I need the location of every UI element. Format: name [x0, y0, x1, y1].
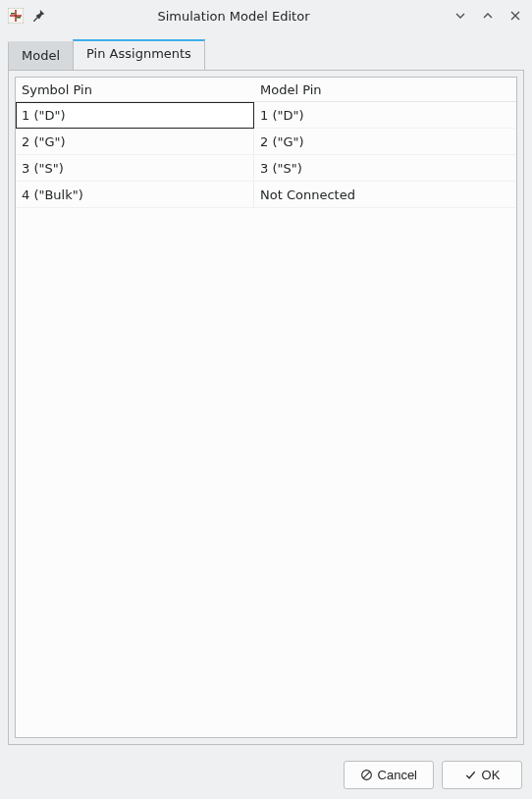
svg-rect-4 — [17, 17, 21, 19]
cancel-label: Cancel — [378, 768, 417, 782]
svg-rect-3 — [11, 13, 15, 15]
model-pin-cell[interactable]: Not Connected — [254, 182, 516, 208]
tab-model[interactable]: Model — [8, 41, 74, 70]
pin-icon[interactable] — [31, 8, 47, 24]
model-pin-cell[interactable]: 1 ("D") — [254, 102, 516, 129]
tab-pin-assignments[interactable]: Pin Assignments — [73, 39, 205, 70]
grid-body: 1 ("D") 1 ("D") 2 ("G") 2 ("G") 3 ("S") … — [16, 102, 516, 737]
titlebar: Simulation Model Editor — [0, 0, 532, 31]
symbol-pin-cell[interactable]: 3 ("S") — [16, 155, 254, 182]
symbol-pin-cell[interactable]: 2 ("G") — [16, 129, 254, 155]
header-symbol-pin[interactable]: Symbol Pin — [16, 79, 254, 101]
grid-header: Symbol Pin Model Pin — [16, 78, 516, 102]
check-icon — [464, 769, 477, 781]
pin-assignments-panel: Symbol Pin Model Pin 1 ("D") 1 ("D") 2 (… — [8, 70, 524, 745]
cancel-button[interactable]: Cancel — [344, 761, 434, 789]
symbol-pin-cell[interactable]: 1 ("D") — [16, 102, 254, 129]
header-model-pin[interactable]: Model Pin — [254, 79, 516, 101]
dialog-buttons: Cancel OK — [0, 753, 532, 799]
window-title: Simulation Model Editor — [55, 9, 452, 24]
minimize-icon[interactable] — [452, 7, 469, 25]
table-row[interactable]: 4 ("Bulk") Not Connected — [16, 182, 516, 208]
table-row[interactable]: 1 ("D") 1 ("D") — [16, 102, 516, 129]
window-controls — [452, 7, 524, 25]
model-pin-cell[interactable]: 3 ("S") — [254, 155, 516, 182]
app-icon — [8, 8, 24, 24]
cancel-icon — [360, 769, 373, 781]
close-icon[interactable] — [506, 7, 524, 25]
table-row[interactable]: 3 ("S") 3 ("S") — [16, 155, 516, 182]
symbol-pin-cell[interactable]: 4 ("Bulk") — [16, 182, 254, 208]
pin-grid: Symbol Pin Model Pin 1 ("D") 1 ("D") 2 (… — [15, 77, 517, 738]
model-pin-cell[interactable]: 2 ("G") — [254, 129, 516, 155]
ok-button[interactable]: OK — [442, 761, 522, 789]
svg-line-6 — [363, 772, 370, 778]
ok-label: OK — [482, 768, 501, 782]
table-row[interactable]: 2 ("G") 2 ("G") — [16, 129, 516, 155]
tabbar: Model Pin Assignments — [0, 31, 532, 70]
maximize-icon[interactable] — [479, 7, 497, 25]
